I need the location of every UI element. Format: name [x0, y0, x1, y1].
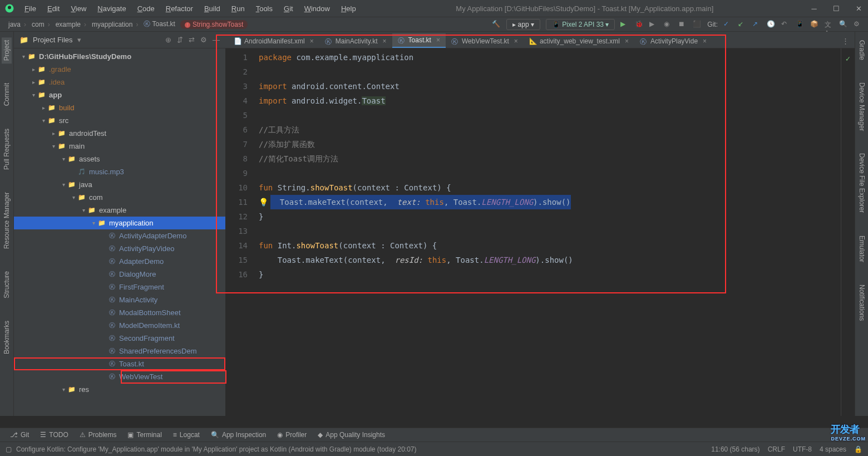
lock-icon[interactable]: 🔒: [854, 445, 862, 453]
tree-item-ActivityPlayVideo[interactable]: ⓀActivityPlayVideo: [14, 242, 225, 255]
close-tab-icon[interactable]: ×: [703, 37, 707, 45]
menu-view[interactable]: View: [66, 3, 91, 14]
function-breadcrumb[interactable]: fString.showToast: [180, 20, 248, 29]
tree-item-MainActivity[interactable]: ⓀMainActivity: [14, 293, 225, 306]
tree-item-androidTest[interactable]: ▸📁androidTest: [14, 127, 225, 140]
bottom-tab-todo[interactable]: ☰TODO: [34, 429, 73, 440]
debug-icon[interactable]: 🐞: [635, 20, 644, 29]
device-selector[interactable]: 📱 Pixel 2 API 33 ▾: [546, 19, 615, 30]
editor-tab-activity_web_view_test.xml[interactable]: 📐activity_web_view_test.xml×: [524, 35, 634, 48]
minimize-button[interactable]: ─: [809, 4, 819, 13]
bottom-tab-problems[interactable]: ⚠Problems: [74, 429, 122, 440]
breadcrumb-com[interactable]: com: [29, 21, 53, 28]
menu-tools[interactable]: Tools: [251, 3, 277, 14]
menu-help[interactable]: Help: [337, 3, 361, 14]
project-tree[interactable]: ▾📁D:\GitHubFiles\StudyDemo▸📁.gradle▸📁.id…: [14, 48, 225, 416]
bottom-tab-app-quality-insights[interactable]: ◆App Quality Insights: [312, 429, 391, 440]
right-tab-notifications[interactable]: Notifications: [857, 282, 867, 323]
stop-icon[interactable]: ⬛: [693, 20, 702, 29]
editor-tab-Toast.kt[interactable]: ⓀToast.kt×: [392, 33, 446, 48]
breadcrumb-java[interactable]: java: [6, 21, 29, 28]
status-4[interactable]: 4 spaces: [820, 445, 846, 453]
menu-run[interactable]: Run: [227, 3, 249, 14]
status-square-icon[interactable]: ▢: [6, 445, 12, 453]
tree-item-app[interactable]: ▾📁app: [14, 89, 225, 101]
right-tab-emulator[interactable]: Emulator: [857, 233, 867, 265]
tree-item-example[interactable]: ▾📁example: [14, 204, 225, 217]
bottom-tab-profiler[interactable]: ◉Profiler: [272, 429, 312, 440]
close-button[interactable]: ✕: [854, 4, 864, 13]
menu-git[interactable]: Git: [279, 3, 298, 14]
right-tab-device-manager[interactable]: Device Manager: [857, 80, 867, 134]
tree-item-build[interactable]: ▸📁build: [14, 101, 225, 114]
editor-tab-ActivityPlayVide[interactable]: ⓀActivityPlayVide×: [634, 35, 712, 48]
profile-icon[interactable]: ◉: [664, 20, 673, 29]
expand-all-icon[interactable]: ⇵: [177, 36, 183, 44]
status-CRLF[interactable]: CRLF: [768, 445, 785, 453]
tree-item-src[interactable]: ▾📁src: [14, 114, 225, 127]
search-icon[interactable]: 🔍: [839, 20, 848, 29]
settings-icon[interactable]: ⚙: [200, 36, 207, 44]
left-tab-structure[interactable]: Structure: [2, 268, 12, 301]
tree-item-FirstFragment[interactable]: ⓀFirstFragment: [14, 281, 225, 293]
sync-icon[interactable]: 📱: [796, 20, 805, 29]
tree-item-SecondFragment[interactable]: ⓀSecondFragment: [14, 332, 225, 345]
tree-item-com[interactable]: ▾📁com: [14, 191, 225, 204]
editor-tab-AndroidManifest.xml[interactable]: 📄AndroidManifest.xml×: [228, 35, 319, 48]
tree-item-res[interactable]: ▾📁res: [14, 383, 225, 396]
build-icon[interactable]: 🔨: [492, 20, 501, 29]
right-tab-device-file-explorer[interactable]: Device File Explorer: [857, 150, 867, 215]
tree-item-ActivityAdapterDemo[interactable]: ⓀActivityAdapterDemo: [14, 229, 225, 242]
tree-item-WebViewTest[interactable]: ⓀWebViewTest: [14, 370, 225, 383]
hide-icon[interactable]: —: [213, 36, 220, 44]
left-tab-commit[interactable]: Commit: [2, 80, 12, 109]
status-11:60[interactable]: 11:60 (56 chars): [711, 445, 760, 453]
tree-item-AdapterDemo[interactable]: ⓀAdapterDemo: [14, 255, 225, 268]
menu-navigate[interactable]: Navigate: [93, 3, 130, 14]
tree-item-Toast-kt[interactable]: ⓀToast.kt: [14, 357, 225, 370]
project-view-selector[interactable]: Project Files: [28, 34, 77, 46]
bulb-icon[interactable]: 💡: [259, 198, 268, 207]
editor-tab-MainActivity.kt[interactable]: ⓀMainActivity.kt×: [319, 35, 392, 48]
left-tab-pull-requests[interactable]: Pull Requests: [2, 126, 12, 173]
left-tab-project[interactable]: Project: [2, 37, 12, 63]
close-tab-icon[interactable]: ×: [514, 37, 518, 45]
bottom-tab-app-inspection[interactable]: 🔍App Inspection: [205, 429, 272, 440]
attach-icon[interactable]: ⏹: [678, 20, 687, 29]
coverage-icon[interactable]: ▶: [649, 20, 658, 29]
breadcrumb-Toast.kt[interactable]: Ⓚ Toast.kt: [141, 19, 177, 29]
tree-item-main[interactable]: ▾📁main: [14, 140, 225, 153]
tree-item-music-mp3[interactable]: 🎵music.mp3: [14, 165, 225, 178]
tree-item-myapplication[interactable]: ▾📁myapplication: [14, 217, 225, 229]
avd-icon[interactable]: 📦: [810, 20, 819, 29]
tree-item--idea[interactable]: ▸📁.idea: [14, 76, 225, 89]
close-tab-icon[interactable]: ×: [436, 36, 440, 44]
menu-window[interactable]: Window: [300, 3, 334, 14]
menu-refactor[interactable]: Refactor: [161, 3, 198, 14]
git-commit-icon[interactable]: ↙: [738, 20, 747, 29]
run-icon[interactable]: ▶: [620, 20, 629, 29]
git-push-icon[interactable]: ↗: [752, 20, 761, 29]
settings-icon[interactable]: ⚙: [854, 20, 862, 29]
status-UTF-8[interactable]: UTF-8: [793, 445, 812, 453]
dropdown-icon[interactable]: ▾: [77, 36, 81, 44]
git-history-icon[interactable]: 🕓: [767, 20, 776, 29]
menu-code[interactable]: Code: [133, 3, 159, 14]
close-tab-icon[interactable]: ×: [310, 37, 314, 45]
menu-build[interactable]: Build: [200, 3, 225, 14]
tree-item-D--GitHubFiles-StudyDemo[interactable]: ▾📁D:\GitHubFiles\StudyDemo: [14, 50, 225, 63]
tree-item--gradle[interactable]: ▸📁.gradle: [14, 63, 225, 76]
menu-file[interactable]: File: [20, 3, 41, 14]
close-tab-icon[interactable]: ×: [625, 37, 629, 45]
bottom-tab-terminal[interactable]: ▣Terminal: [122, 429, 167, 440]
right-tab-gradle[interactable]: Gradle: [857, 37, 867, 63]
tree-item-java[interactable]: ▾📁java: [14, 178, 225, 191]
breadcrumb-example[interactable]: example: [53, 21, 89, 28]
close-tab-icon[interactable]: ×: [383, 37, 387, 45]
translate-icon[interactable]: 文A: [825, 20, 834, 29]
tree-item-ModalBottomSheet[interactable]: ⓀModalBottomSheet: [14, 306, 225, 319]
tree-item-assets[interactable]: ▾📁assets: [14, 153, 225, 165]
maximize-button[interactable]: ☐: [831, 4, 841, 13]
git-update-icon[interactable]: ✓: [723, 20, 732, 29]
collapse-all-icon[interactable]: ⇄: [189, 36, 195, 44]
